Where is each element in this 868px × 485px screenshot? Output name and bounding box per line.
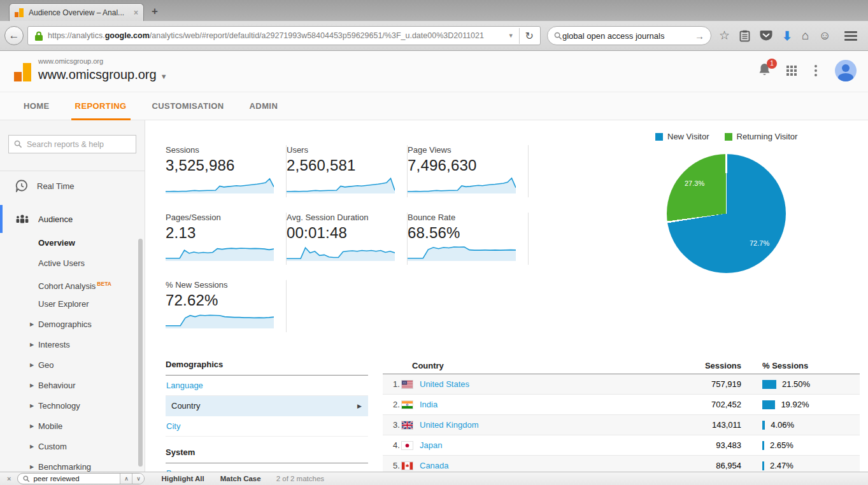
url-text: https://analytics.google.com/analytics/w… [48, 31, 503, 40]
pocket-icon[interactable] [760, 30, 772, 41]
new-tab-button[interactable]: + [152, 5, 158, 18]
toolbar-icons: ☆ ⬇ ⌂ ☺ [719, 29, 857, 43]
expand-arrow-icon: ▶ [30, 335, 34, 355]
browser-toolbar: ← https://analytics.google.com/analytics… [0, 21, 868, 51]
sidebar-item-audience[interactable]: Audience [0, 205, 145, 233]
demographics-title: Demographics [166, 360, 368, 376]
find-input[interactable]: peer reviewed [18, 474, 120, 484]
sidebar-item-cohort-analysis[interactable]: Cohort AnalysisBETA [0, 274, 145, 294]
metric-card-pages-per-session[interactable]: Pages/Session 2.13 [166, 213, 287, 265]
highlight-all-button[interactable]: Highlight All [161, 475, 204, 482]
metric-cards: Sessions 3,525,986 Users 2,560,581 Page … [166, 145, 530, 348]
sparkline-avg-session-duration [287, 243, 395, 261]
sidebar-search-placeholder: Search reports & help [27, 140, 104, 149]
nav-reporting[interactable]: REPORTING [62, 92, 139, 120]
chevron-right-icon: ▶ [357, 396, 362, 416]
report-main: Sessions 3,525,986 Users 2,560,581 Page … [146, 120, 860, 472]
search-go-icon[interactable]: → [695, 31, 704, 41]
find-bar: × peer reviewed ∧ ∨ Highlight All Match … [0, 472, 868, 485]
nav-admin[interactable]: ADMIN [237, 92, 291, 120]
legend-swatch-returning [725, 133, 732, 141]
country-link[interactable]: India [420, 400, 658, 409]
notification-badge: 1 [767, 59, 777, 69]
user-avatar[interactable] [835, 60, 857, 81]
sidebar-item-geo[interactable]: ▶Geo [0, 355, 145, 376]
account-selector[interactable]: www.omicsgroup.org www.omicsgroup.org▼ [38, 57, 167, 82]
search-icon [23, 475, 30, 482]
expand-arrow-icon: ▶ [30, 437, 34, 457]
audience-people-icon [15, 213, 29, 225]
legend-returning-visitor: Returning Visitor [725, 132, 798, 141]
downloads-icon[interactable]: ⬇ [782, 29, 792, 43]
sidebar-item-benchmarking[interactable]: ▶Benchmarking [0, 457, 145, 472]
sidebar-scrollbar[interactable] [138, 239, 143, 467]
demographics-link-city[interactable]: City [166, 416, 368, 437]
menu-hamburger-icon[interactable] [844, 31, 857, 41]
metric-card-avg-session-duration[interactable]: Avg. Session Duration 00:01:48 [287, 213, 408, 265]
country-link[interactable]: United States [420, 379, 658, 389]
account-caret-icon[interactable]: ▼ [160, 73, 167, 80]
country-table: Country Sessions % Sessions 1. United St… [383, 358, 860, 476]
bookmark-star-icon[interactable]: ☆ [719, 29, 730, 42]
sidebar-item-custom[interactable]: ▶Custom [0, 437, 145, 457]
beta-badge: BETA [97, 281, 111, 287]
more-options-icon[interactable] [812, 65, 820, 76]
flag-japan-icon [402, 442, 413, 449]
analytics-logo-icon [14, 61, 33, 81]
expand-arrow-icon: ▶ [30, 355, 34, 376]
find-next-button[interactable]: ∨ [132, 474, 144, 484]
metric-card-bounce-rate[interactable]: Bounce Rate 68.56% [408, 213, 529, 265]
expand-arrow-icon: ▶ [30, 314, 34, 335]
apps-grid-icon[interactable] [786, 66, 797, 76]
url-bar[interactable]: https://analytics.google.com/analytics/w… [27, 26, 541, 45]
sidebar-item-technology[interactable]: ▶Technology [0, 396, 145, 416]
sidebar-item-behaviour[interactable]: ▶Behaviour [0, 376, 145, 396]
browser-search-value: global open access journals [562, 31, 695, 41]
find-previous-button[interactable]: ∧ [120, 474, 132, 484]
country-link[interactable]: Canada [420, 461, 658, 470]
browser-tab[interactable]: Audience Overview – Anal... × [9, 3, 144, 21]
metric-card-sessions[interactable]: Sessions 3,525,986 [166, 145, 287, 197]
find-close-icon[interactable]: × [7, 475, 11, 482]
ga-header: www.omicsgroup.org www.omicsgroup.org▼ 1 [0, 51, 868, 92]
nav-customisation[interactable]: CUSTOMISATION [139, 92, 237, 120]
legend-swatch-new [655, 133, 663, 141]
pct-bar [762, 421, 765, 430]
country-table-header: Country Sessions % Sessions [383, 358, 860, 374]
match-case-button[interactable]: Match Case [220, 475, 261, 482]
url-dropdown-icon[interactable]: ▼ [508, 32, 514, 39]
sidebar-item-active-users[interactable]: Active Users [0, 253, 145, 274]
sidebar-item-mobile[interactable]: ▶Mobile [0, 416, 145, 437]
clipboard-icon[interactable] [739, 30, 750, 42]
sidebar-item-user-explorer[interactable]: User Explorer [0, 294, 145, 314]
sidebar-search-input[interactable]: Search reports & help [8, 135, 136, 153]
notifications-button[interactable]: 1 [758, 62, 771, 79]
country-link[interactable]: United Kingdom [420, 420, 658, 430]
demographics-item-country-selected[interactable]: Country ▶ [166, 396, 368, 416]
country-link[interactable]: Japan [420, 440, 658, 450]
sidebar-item-overview[interactable]: Overview [0, 233, 145, 253]
metric-card-new-sessions[interactable]: % New Sessions 72.62% [166, 280, 287, 332]
sidebar-item-interests[interactable]: ▶Interests [0, 335, 145, 355]
visitor-pie-chart[interactable]: 27.3% 72.7% [667, 154, 786, 273]
sidebar-item-realtime[interactable]: Real Time [0, 173, 145, 199]
flag-united-kingdom-icon [402, 421, 413, 429]
expand-arrow-icon: ▶ [30, 457, 34, 472]
sidebar-item-demographics[interactable]: ▶Demographics [0, 314, 145, 335]
back-button[interactable]: ← [4, 26, 24, 45]
legend-new-visitor: New Visitor [655, 132, 709, 141]
home-icon[interactable]: ⌂ [802, 29, 809, 42]
browser-search-field[interactable]: global open access journals → [547, 26, 711, 45]
metric-card-pageviews[interactable]: Page Views 7,496,630 [408, 145, 529, 197]
tab-title: Audience Overview – Anal... [29, 8, 130, 17]
feedback-smiley-icon[interactable]: ☺ [818, 29, 830, 42]
account-title: www.omicsgroup.org▼ [38, 67, 167, 82]
tab-close-icon[interactable]: × [134, 8, 138, 17]
metric-card-users[interactable]: Users 2,560,581 [287, 145, 408, 197]
nav-home[interactable]: HOME [11, 92, 62, 120]
pie-legend: New Visitor Returning Visitor [655, 132, 797, 141]
sparkline-new-sessions [166, 311, 274, 328]
reload-button[interactable]: ↻ [519, 28, 536, 44]
demographics-panel: Demographics Language Country ▶ City Sys… [166, 360, 368, 484]
demographics-link-language[interactable]: Language [166, 376, 368, 396]
